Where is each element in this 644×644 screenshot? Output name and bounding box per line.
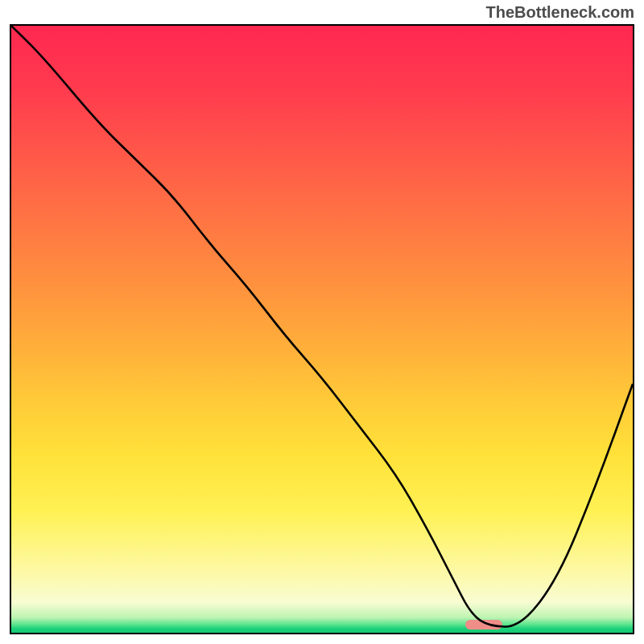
attribution-text: TheBottleneck.com [486,3,634,22]
chart-frame [10,24,634,634]
bottleneck-curve [11,26,633,633]
bottleneck-curve-path [11,26,633,626]
